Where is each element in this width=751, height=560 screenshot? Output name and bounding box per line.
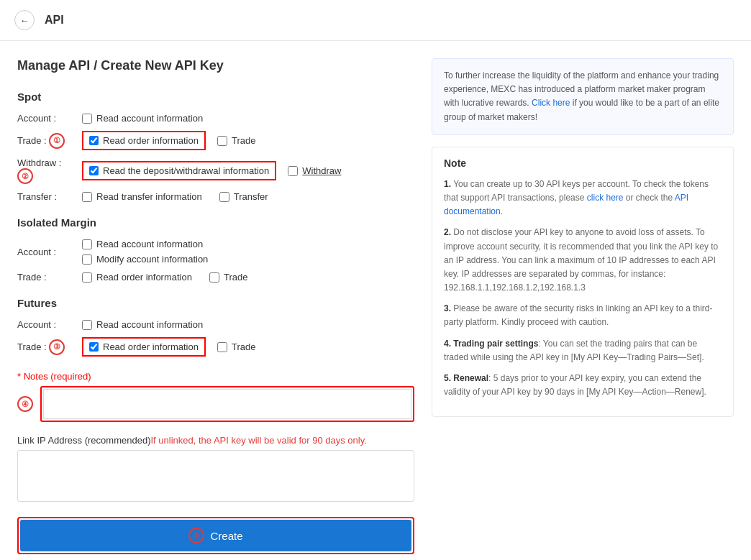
spot-section: Spot Account : Read account information … [17, 91, 414, 202]
futures-title: Futures [17, 297, 414, 309]
spot-withdraw-read-label: Read the deposit/withdrawal information [103, 165, 269, 176]
note-title: Note [444, 157, 722, 169]
note3-num: 3. [444, 303, 451, 313]
spot-title: Spot [17, 91, 414, 103]
im-trade-trade-label: Trade [224, 272, 247, 283]
step3-badge: ③ [49, 339, 65, 355]
futures-trade-read-label: Read order information [103, 341, 199, 352]
im-account-row: Account : Read account information Modif… [17, 239, 414, 265]
spot-transfer-read-checkbox[interactable] [82, 192, 92, 202]
im-trade-trade-checkbox[interactable] [209, 272, 219, 283]
im-trade-row: Trade : Read order information Trade [17, 272, 414, 283]
im-account-modify-group: Modify account information [82, 254, 208, 265]
note-item-5: 5. Renewal: 5 days prior to your API key… [444, 372, 722, 399]
note1-link1[interactable]: click here [587, 193, 624, 203]
main-content: Manage API / Create New API Key Spot Acc… [0, 41, 751, 560]
spot-transfer-transfer-checkbox[interactable] [219, 192, 229, 202]
spot-trade-row: Trade : ① Read order information Trade [17, 131, 414, 150]
futures-trade-trade-label: Trade [232, 341, 255, 352]
note5-num: 5. [444, 373, 451, 383]
spot-account-label: Account : [17, 113, 82, 124]
futures-trade-row: Trade : ③ Read order information Trade [17, 337, 414, 357]
futures-account-row: Account : Read account information [17, 319, 414, 330]
step5-badge: ⑤ [188, 528, 204, 543]
spot-withdraw-withdraw-group: Withdraw [288, 165, 341, 176]
spot-transfer-read-group: Read transfer information [82, 191, 202, 202]
ip-warning: If unlinked, the API key will be valid f… [150, 435, 366, 446]
spot-account-read-label: Read account information [96, 113, 203, 124]
create-button[interactable]: ⑤ Create [20, 520, 411, 551]
futures-trade-label: Trade : ③ [17, 339, 82, 355]
notes-input[interactable] [43, 389, 411, 419]
page-header: ← API [0, 0, 751, 41]
im-account-label: Account : [17, 247, 82, 257]
futures-trade-trade-group: Trade [217, 341, 255, 352]
spot-trade-trade-checkbox[interactable] [217, 136, 227, 146]
futures-trade-read-checkbox[interactable] [89, 342, 99, 352]
spot-account-row: Account : Read account information [17, 113, 414, 124]
spot-account-read-group: Read account information [82, 113, 203, 124]
info-box: To further increase the liquidity of the… [432, 58, 734, 135]
im-trade-read-group: Read order information [82, 272, 192, 283]
spot-withdraw-read-highlighted: Read the deposit/withdrawal information [82, 161, 276, 180]
spot-withdraw-withdraw-checkbox[interactable] [288, 166, 298, 176]
note4-num: 4. [444, 339, 451, 349]
note1-link2[interactable]: API documentation [444, 193, 688, 216]
im-account-read-label: Read account information [96, 239, 203, 249]
spot-trade-label: Trade : ① [17, 133, 82, 149]
back-icon: ← [20, 15, 29, 26]
note4-bold: Trading pair settings [453, 339, 538, 349]
futures-trade-trade-checkbox[interactable] [217, 342, 227, 352]
ip-input[interactable] [17, 450, 414, 502]
note-item-3: 3. Please be aware of the security risks… [444, 302, 722, 329]
note-item-4: 4. Trading pair settings: You can set th… [444, 337, 722, 364]
spot-trade-trade-label: Trade [232, 135, 255, 146]
spot-transfer-read-label: Read transfer information [96, 191, 202, 202]
notes-label: * Notes (required) [17, 371, 414, 382]
spot-withdraw-row: Withdraw : ② Read the deposit/withdrawal… [17, 157, 414, 184]
futures-account-read-label: Read account information [96, 319, 203, 330]
spot-trade-read-label: Read order information [103, 135, 199, 146]
notes-input-wrapper [40, 386, 414, 422]
spot-trade-read-highlighted: Read order information [82, 131, 206, 150]
im-account-read-group: Read account information [82, 239, 208, 249]
note-item-2: 2. Do not disclose your API key to anyon… [444, 226, 722, 295]
page-heading: Manage API / Create New API Key [17, 58, 414, 73]
note-box: Note 1. You can create up to 30 API keys… [432, 147, 734, 418]
page-title: API [45, 14, 64, 27]
im-account-modify-label: Modify account information [96, 254, 208, 265]
futures-account-label: Account : [17, 319, 82, 330]
spot-trade-trade-group: Trade [217, 135, 255, 146]
note1-num: 1. [444, 179, 451, 189]
spot-transfer-row: Transfer : Read transfer information Tra… [17, 191, 414, 202]
spot-withdraw-label: Withdraw : ② [17, 157, 82, 184]
create-btn-wrapper: ⑤ Create [17, 517, 414, 554]
notes-section: * Notes (required) ④ [17, 371, 414, 422]
im-trade-trade-group: Trade [209, 272, 247, 283]
spot-account-read-checkbox[interactable] [82, 114, 92, 124]
right-panel: To further increase the liquidity of the… [432, 58, 734, 554]
ip-label: Link IP Address (recommended)If unlinked… [17, 435, 414, 446]
left-panel: Manage API / Create New API Key Spot Acc… [17, 58, 414, 554]
spot-trade-read-checkbox[interactable] [89, 136, 99, 145]
spot-withdraw-withdraw-label[interactable]: Withdraw [302, 165, 341, 176]
info-link[interactable]: Click here [532, 98, 570, 108]
step1-badge: ① [49, 133, 65, 149]
futures-section: Futures Account : Read account informati… [17, 297, 414, 357]
note2-num: 2. [444, 227, 451, 237]
spot-withdraw-read-checkbox[interactable] [89, 166, 99, 175]
isolated-margin-title: Isolated Margin [17, 216, 414, 229]
im-trade-read-checkbox[interactable] [82, 272, 92, 283]
spot-transfer-transfer-label: Transfer [234, 191, 268, 202]
futures-account-read-checkbox[interactable] [82, 320, 92, 330]
im-trade-read-label: Read order information [96, 272, 192, 283]
futures-trade-read-highlighted: Read order information [82, 337, 206, 357]
isolated-margin-section: Isolated Margin Account : Read account i… [17, 216, 414, 283]
step4-badge: ④ [17, 396, 33, 412]
spot-transfer-label: Transfer : [17, 191, 82, 202]
im-account-modify-checkbox[interactable] [82, 254, 92, 265]
back-button[interactable]: ← [14, 10, 35, 30]
im-trade-label: Trade : [17, 272, 82, 283]
notes-asterisk: * [17, 371, 24, 382]
im-account-read-checkbox[interactable] [82, 239, 92, 249]
